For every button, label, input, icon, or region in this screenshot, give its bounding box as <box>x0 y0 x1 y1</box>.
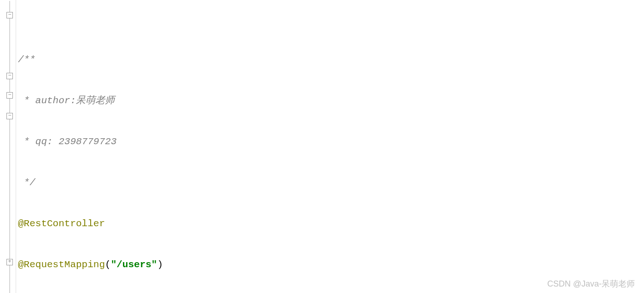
editor-gutter: − − − − + <box>0 0 16 293</box>
code-line: * qq: 2398779723 <box>16 132 644 152</box>
annotation: @RequestMapping <box>18 259 105 270</box>
fold-guide-line <box>9 1 10 293</box>
code-line: /** <box>16 50 644 70</box>
code-line: * author:呆萌老师 <box>16 91 644 111</box>
annotation: @RestController <box>18 218 105 229</box>
fold-plus-icon[interactable]: + <box>6 259 13 265</box>
watermark-text: CSDN @Java-呆萌老师 <box>547 278 635 289</box>
code-editor[interactable]: /** * author:呆萌老师 * qq: 2398779723 */ @R… <box>16 0 644 293</box>
fold-minus-icon[interactable]: − <box>6 73 13 79</box>
comment-text: */ <box>18 177 35 188</box>
code-line: */ <box>16 173 644 193</box>
code-line <box>16 21 644 29</box>
comment-text: /** <box>18 54 35 65</box>
string-literal: "/users" <box>111 259 157 270</box>
paren: ) <box>157 259 163 270</box>
comment-text: * author:呆萌老师 <box>18 95 115 106</box>
paren: ( <box>105 259 111 270</box>
fold-minus-icon[interactable]: − <box>6 12 13 18</box>
comment-text: * qq: 2398779723 <box>18 136 116 147</box>
fold-minus-icon[interactable]: − <box>6 113 13 119</box>
code-line: @RestController <box>16 214 644 234</box>
fold-minus-icon[interactable]: − <box>6 92 13 99</box>
code-line: @RequestMapping("/users") <box>16 255 644 275</box>
